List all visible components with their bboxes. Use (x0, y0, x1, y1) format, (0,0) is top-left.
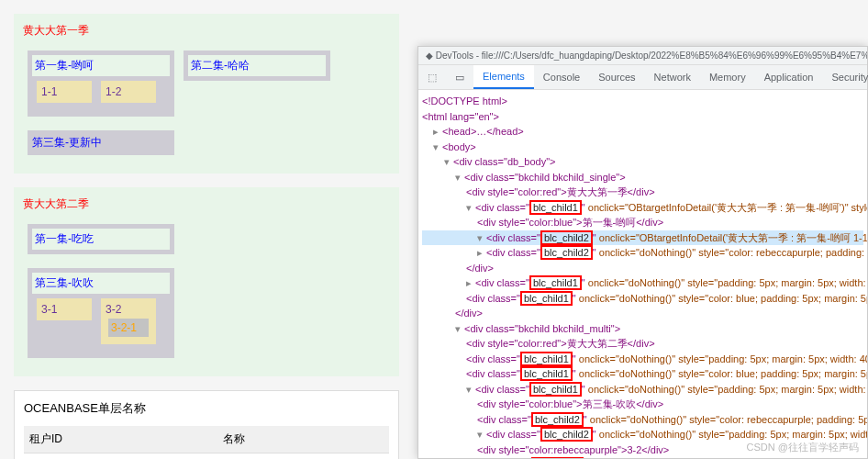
tab-network[interactable]: Network (645, 66, 700, 88)
s2-episode-1-block[interactable]: 第一集-吃吃 (28, 224, 174, 254)
col-name: 名称 (217, 426, 389, 453)
season-1-panel: 黄大大第一季 第一集-哟呵 1-1 1-2 第二集-哈哈 第三集-更新中 (14, 14, 399, 174)
tab-sources[interactable]: Sources (589, 66, 644, 88)
tab-elements[interactable]: Elements (473, 65, 534, 89)
inspect-icon[interactable]: ⬚ (418, 66, 446, 89)
oceanbase-table-section: OCEANBASE单层名称 租户ID 名称 123名称1 123名称2 (14, 390, 399, 459)
season-1-title: 黄大大第一季 (23, 23, 390, 39)
s2-episode-3-block[interactable]: 第三集-吹吹 3-1 3-2 3-2-1 (28, 268, 174, 358)
s2-episode-1-header: 第一集-吃吃 (32, 229, 170, 250)
highlight-blc-child1: blc_child1 (529, 275, 582, 290)
table-row[interactable]: 123名称1 (24, 453, 389, 460)
chapter-3-2-label: 3-2 (106, 303, 151, 316)
chapter-3-2[interactable]: 3-2 3-2-1 (101, 298, 156, 344)
devtools-icon: ◆ (426, 50, 433, 61)
watermark: CSDN @往往盲学轻声码 (747, 441, 859, 454)
highlight-blc-child2: blc_child2 (540, 427, 593, 442)
devtools-window: ◆ DevTools - file:///C:/Users/dfc_huangd… (417, 46, 868, 459)
elements-panel[interactable]: <!DOCTYPE html> <html lang="en"> ▸<head>… (418, 90, 867, 458)
devtools-title: ◆ DevTools - file:///C:/Users/dfc_huangd… (418, 47, 867, 65)
s2-episode-3-header: 第三集-吹吹 (32, 273, 170, 294)
devtools-tabs: ⬚ ▭ Elements Console Sources Network Mem… (418, 65, 867, 90)
highlight-blc-child2: blc_child2 (540, 245, 593, 260)
episode-3-block[interactable]: 第三集-更新中 (28, 130, 174, 155)
tab-console[interactable]: Console (534, 66, 589, 88)
highlight-blc-child1: blc_child1 (520, 291, 573, 306)
episode-2-block[interactable]: 第二集-哈哈 (184, 50, 330, 81)
table-title: OCEANBASE单层名称 (24, 400, 389, 417)
season-2-title: 黄大大第二季 (23, 196, 390, 212)
episode-2-header: 第二集-哈哈 (188, 55, 326, 76)
page-content: 黄大大第一季 第一集-哟呵 1-1 1-2 第二集-哈哈 第三集-更新中 黄大大… (0, 0, 413, 459)
col-tenant-id: 租户ID (24, 426, 217, 453)
tab-application[interactable]: Application (755, 66, 823, 88)
highlight-blc-child1: blc_child1 (529, 382, 582, 397)
chapter-3-2-1[interactable]: 3-2-1 (108, 319, 149, 337)
highlight-blc-child1: blc_child1 (520, 352, 573, 366)
tab-memory[interactable]: Memory (700, 66, 755, 88)
highlight-blc-child3: blc_child3 (531, 457, 584, 458)
highlight-blc-child2: blc_child2 (540, 230, 593, 245)
chapter-1-1[interactable]: 1-1 (37, 81, 92, 103)
chapter-3-1[interactable]: 3-1 (37, 298, 92, 320)
device-icon[interactable]: ▭ (446, 66, 473, 89)
season-2-panel: 黄大大第二季 第一集-吃吃 第三集-吹吹 3-1 3-2 3-2-1 (14, 187, 399, 376)
highlight-blc-child1: blc_child1 (520, 366, 573, 381)
highlight-blc-child1: blc_child1 (529, 200, 582, 215)
oceanbase-table: 租户ID 名称 123名称1 123名称2 (24, 426, 389, 459)
tab-security[interactable]: Security (822, 66, 868, 88)
chapter-1-2[interactable]: 1-2 (101, 81, 156, 103)
episode-1-header: 第一集-哟呵 (32, 55, 170, 76)
episode-1-block[interactable]: 第一集-哟呵 1-1 1-2 (28, 50, 174, 117)
highlight-blc-child2: blc_child2 (531, 412, 584, 427)
